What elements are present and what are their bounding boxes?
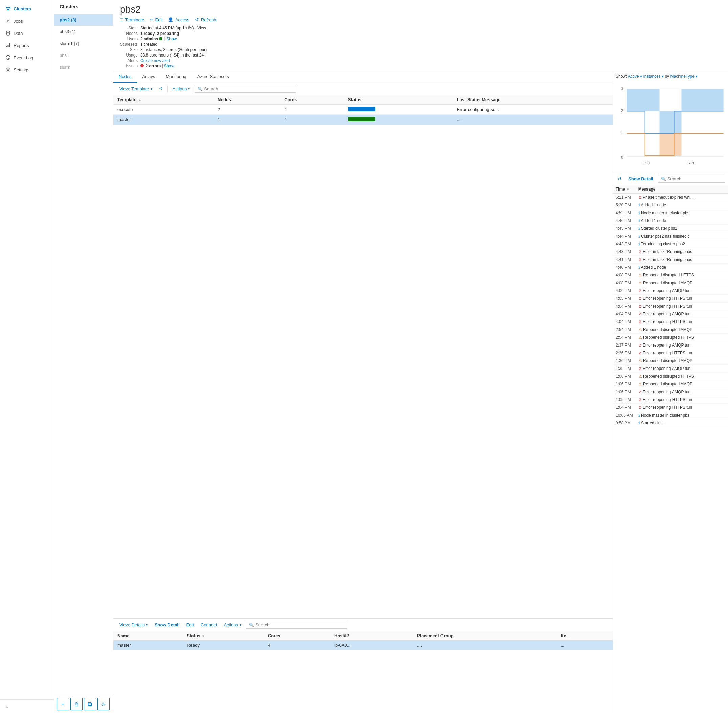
view-details-dropdown[interactable]: View: Details ▾ (118, 621, 150, 628)
list-item[interactable]: 4:40 PM ℹ Added 1 node (613, 264, 728, 271)
nodes-search-input[interactable] (204, 86, 293, 91)
col-status[interactable]: Status (344, 95, 453, 104)
view-template-dropdown[interactable]: View: Template ▾ (118, 85, 154, 92)
tab-azure-scalesets[interactable]: Azure Scalesets (192, 72, 234, 82)
svg-text:1: 1 (621, 130, 623, 135)
list-item[interactable]: 4:08 PM ⚠ Reopened disrupted AMQP (613, 279, 728, 287)
list-item[interactable]: 4:04 PM ⊘ Error reopening HTTPS tun (613, 303, 728, 310)
table-row[interactable]: master 1 4 .... (113, 115, 613, 125)
col-template[interactable]: Template ▲ (113, 95, 213, 104)
actions-dropdown[interactable]: Actions ▾ (171, 85, 192, 92)
list-item[interactable]: 1:06 PM ⚠ Reopened disrupted HTTPS (613, 373, 728, 380)
table-row[interactable]: master Ready 4 ip-0A0.... .... .... (113, 641, 613, 650)
col-hostip[interactable]: Host/IP (330, 631, 413, 641)
delete-cluster-button[interactable] (70, 698, 83, 710)
sidebar-item-clusters[interactable]: Clusters (0, 3, 54, 15)
list-item[interactable]: 4:06 PM ⊘ Error reopening AMQP tun (613, 287, 728, 295)
list-item[interactable]: 1:06 PM ⚠ Reopened disrupted AMQP (613, 380, 728, 388)
bottom-search-icon: 🔍 (249, 623, 254, 627)
sidebar-collapse-btn[interactable]: « (0, 700, 54, 713)
list-item[interactable]: 4:08 PM ⚠ Reopened disrupted HTTPS (613, 271, 728, 279)
list-item[interactable]: 9:58 AM ℹ Started clus... (613, 419, 728, 427)
event-time: 9:58 AM (613, 419, 636, 427)
list-item[interactable]: 4:41 PM ⊘ Error in task "Running phas (613, 256, 728, 264)
list-item[interactable]: 1:35 PM ⊘ Error reopening AMQP tun (613, 365, 728, 373)
col-last-status-message[interactable]: Last Status Message (453, 95, 613, 104)
add-cluster-button[interactable]: + (57, 698, 69, 710)
sidebar-item-eventlog[interactable]: Event Log (0, 51, 54, 64)
list-item[interactable]: 2:54 PM ⚠ Reopened disrupted AMQP (613, 326, 728, 334)
list-item[interactable]: 10:06 AM ℹ Node master in cluster pbs (613, 412, 728, 419)
list-item[interactable]: 1:06 PM ⊘ Error reopening AMQP tun (613, 388, 728, 396)
col-message[interactable]: Message (636, 185, 728, 194)
cluster-item-pbs1[interactable]: pbs1 (54, 49, 113, 61)
issues-show-link[interactable]: Show (164, 64, 174, 69)
col-ke[interactable]: Ke... (557, 631, 613, 641)
list-item[interactable]: 2:54 PM ⚠ Reopened disrupted HTTPS (613, 334, 728, 342)
col-name[interactable]: Name (113, 631, 183, 641)
active-filter-link[interactable]: Active ▾ (628, 74, 642, 79)
sidebar-item-settings[interactable]: Settings (0, 64, 54, 76)
col-nodes[interactable]: Nodes (213, 95, 280, 104)
info-icon: ℹ (638, 234, 640, 239)
list-item[interactable]: 2:36 PM ⊘ Error reopening HTTPS tun (613, 349, 728, 357)
instances-filter-link[interactable]: Instances ▾ (643, 74, 664, 79)
list-item[interactable]: 1:05 PM ⊘ Error reopening HTTPS tun (613, 396, 728, 404)
warn-icon: ⚠ (638, 374, 642, 379)
terminate-button[interactable]: □ Terminate (120, 16, 144, 23)
event-search-input[interactable] (667, 176, 722, 181)
list-item[interactable]: 4:05 PM ⊘ Error reopening HTTPS tun (613, 295, 728, 303)
users-show-link[interactable]: Show (167, 37, 177, 41)
create-alert-link[interactable]: Create new alert (140, 58, 170, 63)
cluster-item-slurm1[interactable]: slurm1 (7) (54, 37, 113, 49)
list-item[interactable]: 1:04 PM ⊘ Error reopening HTTPS tun (613, 404, 728, 412)
list-item[interactable]: 4:44 PM ℹ Cluster pbs2 has finished t (613, 233, 728, 240)
event-message: ⊘ Error reopening HTTPS tun (636, 349, 728, 357)
list-item[interactable]: 4:04 PM ⊘ Error reopening AMQP tun (613, 310, 728, 318)
nodes-refresh-button[interactable]: ↺ (157, 85, 165, 92)
refresh-button[interactable]: ↺ Refresh (195, 16, 216, 23)
list-item[interactable]: 4:52 PM ℹ Node master in cluster pbs (613, 209, 728, 217)
bottom-search-input[interactable] (255, 622, 344, 627)
cluster-settings-button[interactable] (97, 698, 110, 710)
tab-monitoring[interactable]: Monitoring (160, 72, 192, 82)
list-item[interactable]: 5:21 PM ⊘ Phase timeout expired whi... (613, 194, 728, 201)
list-item[interactable]: 1:36 PM ⚠ Reopened disrupted AMQP (613, 357, 728, 365)
list-item[interactable]: 4:46 PM ℹ Added 1 node (613, 217, 728, 225)
col-cores[interactable]: Cores (280, 95, 344, 104)
access-button[interactable]: 👤 Access (168, 16, 189, 23)
show-detail-button[interactable]: Show Detail (153, 621, 182, 628)
reports-icon (5, 43, 11, 48)
list-item[interactable]: 4:45 PM ℹ Started cluster pbs2 (613, 225, 728, 233)
connect-button[interactable]: Connect (199, 621, 219, 628)
sidebar-item-jobs[interactable]: Jobs (0, 15, 54, 27)
list-item[interactable]: 4:43 PM ℹ Terminating cluster pbs2 (613, 240, 728, 248)
event-log-refresh-button[interactable]: ↺ (616, 175, 624, 182)
right-panel: Show: Active ▾ Instances ▾ by MachineTyp… (613, 72, 728, 713)
machinetype-filter-link[interactable]: MachineType ▾ (670, 74, 698, 79)
list-item[interactable]: 5:20 PM ℹ Added 1 node (613, 201, 728, 209)
col-placement-group[interactable]: Placement Group (413, 631, 557, 641)
table-row[interactable]: execute 2 4 Error configuring so... (113, 104, 613, 115)
svg-rect-1 (9, 7, 10, 9)
tab-nodes[interactable]: Nodes (113, 72, 137, 82)
sidebar-item-reports[interactable]: Reports (0, 39, 54, 51)
show-detail-event-button[interactable]: Show Detail (626, 175, 655, 182)
edit-button[interactable]: ✏ Edit (150, 16, 163, 23)
tab-arrays[interactable]: Arrays (137, 72, 161, 82)
list-item[interactable]: 4:04 PM ⊘ Error reopening HTTPS tun (613, 318, 728, 326)
edit-node-button[interactable]: Edit (185, 621, 196, 628)
col-status[interactable]: Status ▾ (183, 631, 264, 641)
list-item[interactable]: 2:37 PM ⊘ Error reopening AMQP tun (613, 342, 728, 349)
list-item[interactable]: 4:43 PM ⊘ Error in task "Running phas (613, 248, 728, 256)
row-placement: .... (413, 641, 557, 650)
col-cores[interactable]: Cores (264, 631, 330, 641)
cluster-item-pbs3[interactable]: pbs3 (1) (54, 26, 113, 37)
cluster-item-slurm[interactable]: slurm (54, 61, 113, 73)
bottom-actions-dropdown[interactable]: Actions ▾ (222, 621, 243, 628)
sidebar-item-data[interactable]: Data (0, 27, 54, 39)
col-time[interactable]: Time ▾ (613, 185, 636, 194)
event-message: ℹ Terminating cluster pbs2 (636, 240, 728, 248)
copy-cluster-button[interactable] (84, 698, 96, 710)
cluster-item-pbs2[interactable]: pbs2 (3) (54, 14, 113, 26)
